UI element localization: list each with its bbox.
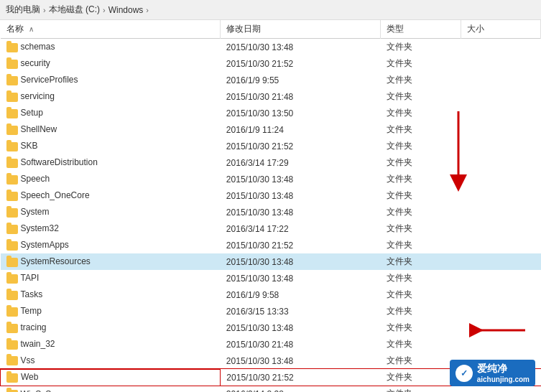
table-row[interactable]: System2015/10/30 13:48文件夹: [1, 204, 541, 220]
file-name-cell: Web: [1, 369, 221, 386]
file-size: [461, 88, 540, 105]
breadcrumb-pc[interactable]: 我的电脑: [6, 4, 40, 16]
file-size: [461, 187, 540, 204]
watermark-text: 爱纯净 aichunjing.com: [477, 363, 530, 383]
file-name-cell: Temp: [1, 303, 221, 319]
folder-icon: [6, 274, 18, 284]
file-name: WinSxS: [21, 389, 52, 392]
file-date: 2015/10/30 21:52: [221, 237, 381, 253]
folder-icon: [6, 192, 18, 201]
file-size: [461, 121, 540, 138]
file-name: System: [21, 207, 50, 217]
file-name-cell: System: [1, 204, 221, 220]
table-row[interactable]: SoftwareDistribution2016/3/14 17:29文件夹: [1, 154, 541, 171]
file-size: [461, 171, 540, 187]
table-row[interactable]: servicing2015/10/30 21:48文件夹: [1, 88, 541, 105]
col-header-date[interactable]: 修改日期: [221, 20, 381, 39]
table-row[interactable]: System322016/3/14 17:22文件夹: [1, 220, 541, 237]
col-header-type[interactable]: 类型: [381, 20, 461, 39]
file-size: [461, 72, 540, 88]
file-date: 2016/1/9 9:55: [221, 72, 381, 88]
file-list[interactable]: 名称 ∧ 修改日期 类型 大小 schemas2015/10/30 13:48文…: [0, 20, 541, 392]
table-row[interactable]: security2015/10/30 21:52文件夹: [1, 55, 541, 72]
file-size: [461, 105, 540, 121]
file-date: 2016/3/15 13:33: [221, 303, 381, 319]
table-row[interactable]: ShellNew2016/1/9 11:24文件夹: [1, 121, 541, 138]
file-name-cell: twain_32: [1, 336, 221, 353]
file-date: 2015/10/30 13:48: [221, 270, 381, 286]
file-name: TAPI: [21, 273, 40, 283]
file-type: 文件夹: [381, 286, 461, 303]
file-date: 2015/10/30 21:48: [221, 336, 381, 353]
file-name-cell: security: [1, 55, 221, 72]
file-name: SystemResources: [21, 256, 91, 266]
table-row[interactable]: Temp2016/3/15 13:33文件夹: [1, 303, 541, 319]
file-table: 名称 ∧ 修改日期 类型 大小 schemas2015/10/30 13:48文…: [0, 20, 541, 392]
file-size: [461, 336, 540, 353]
folder-icon: [6, 142, 18, 151]
file-date: 2015/10/30 13:48: [221, 187, 381, 204]
breadcrumb: 我的电脑 › 本地磁盘 (C:) › Windows ›: [0, 0, 541, 20]
file-type: 文件夹: [381, 55, 461, 72]
table-row[interactable]: Setup2015/10/30 13:50文件夹: [1, 105, 541, 121]
table-row[interactable]: TAPI2015/10/30 13:48文件夹: [1, 270, 541, 286]
file-date: 2015/10/30 21:48: [221, 88, 381, 105]
breadcrumb-sep1: ›: [43, 6, 46, 14]
table-row[interactable]: SystemApps2015/10/30 21:52文件夹: [1, 237, 541, 253]
folder-icon: [6, 258, 18, 267]
file-name: Web: [21, 372, 38, 382]
file-name: System32: [21, 223, 59, 233]
table-row[interactable]: Speech_OneCore2015/10/30 13:48文件夹: [1, 187, 541, 204]
table-row[interactable]: twain_322015/10/30 21:48文件夹: [1, 336, 541, 353]
file-type: 文件夹: [381, 369, 461, 386]
file-name: twain_32: [21, 339, 55, 349]
file-date: 2016/3/14 8:38: [221, 386, 381, 392]
file-name-cell: Speech: [1, 171, 221, 187]
folder-icon: [6, 126, 18, 135]
watermark: ✓ 爱纯净 aichunjing.com: [450, 360, 535, 386]
table-row[interactable]: ServiceProfiles2016/1/9 9:55文件夹: [1, 72, 541, 88]
breadcrumb-sep3: ›: [146, 6, 149, 14]
watermark-logo: ✓: [456, 365, 473, 382]
table-row[interactable]: Tasks2016/1/9 9:58文件夹: [1, 286, 541, 303]
col-header-size[interactable]: 大小: [461, 20, 540, 39]
file-name: Speech: [21, 174, 50, 184]
file-name-cell: ShellNew: [1, 121, 221, 138]
col-header-name[interactable]: 名称 ∧: [1, 20, 221, 39]
file-size: [461, 154, 540, 171]
file-date: 2015/10/30 13:48: [221, 319, 381, 336]
table-row[interactable]: schemas2015/10/30 13:48文件夹: [1, 39, 541, 56]
file-name: tracing: [21, 322, 47, 332]
file-date: 2015/10/30 13:48: [221, 171, 381, 187]
file-name-cell: System32: [1, 220, 221, 237]
table-row[interactable]: Speech2015/10/30 13:48文件夹: [1, 171, 541, 187]
file-name: schemas: [21, 42, 55, 52]
table-header-row: 名称 ∧ 修改日期 类型 大小: [1, 20, 541, 39]
file-date: 2015/10/30 21:52: [221, 55, 381, 72]
table-row[interactable]: WinSxS2016/3/14 8:38文件夹: [1, 386, 541, 392]
folder-icon: [6, 60, 18, 69]
file-type: 文件夹: [381, 39, 461, 56]
file-name-cell: ServiceProfiles: [1, 72, 221, 88]
folder-icon: [6, 291, 18, 300]
file-name-cell: tracing: [1, 319, 221, 336]
file-name-cell: schemas: [1, 39, 221, 56]
table-row[interactable]: SKB2015/10/30 21:52文件夹: [1, 138, 541, 154]
file-name-cell: SoftwareDistribution: [1, 154, 221, 171]
file-size: [461, 286, 540, 303]
file-name: Setup: [21, 108, 43, 118]
file-date: 2015/10/30 13:48: [221, 39, 381, 56]
breadcrumb-c[interactable]: 本地磁盘 (C:): [49, 4, 100, 16]
breadcrumb-windows[interactable]: Windows: [108, 5, 144, 15]
folder-icon: [6, 93, 18, 102]
folder-icon: [6, 356, 18, 365]
sort-arrow-name: ∧: [29, 25, 34, 33]
breadcrumb-sep2: ›: [103, 6, 106, 14]
file-size: [461, 253, 540, 270]
file-type: 文件夹: [381, 386, 461, 392]
folder-icon: [6, 241, 18, 251]
file-name-cell: servicing: [1, 88, 221, 105]
table-row[interactable]: SystemResources2015/10/30 13:48文件夹: [1, 253, 541, 270]
table-row[interactable]: tracing2015/10/30 13:48文件夹: [1, 319, 541, 336]
file-type: 文件夹: [381, 270, 461, 286]
